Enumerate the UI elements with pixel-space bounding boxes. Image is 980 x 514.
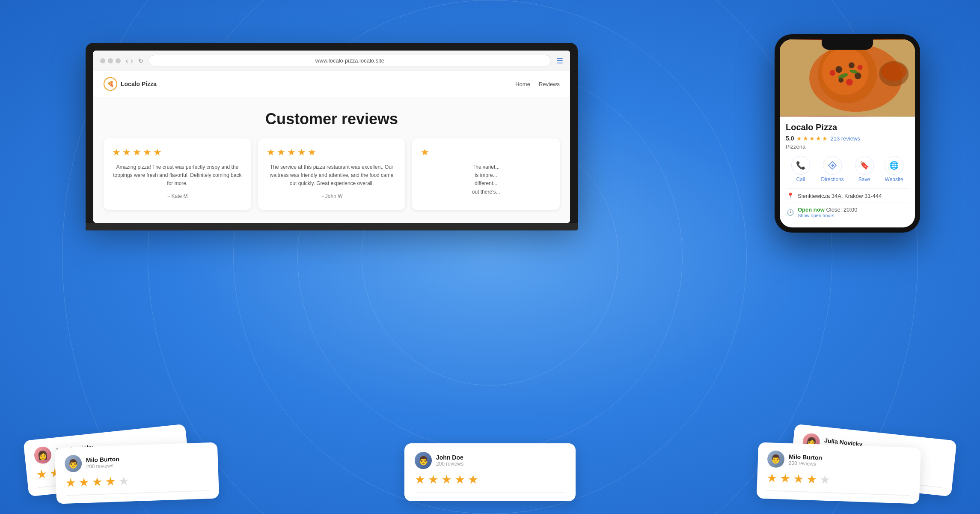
laptop: ‹ › ↻ www.localo-pizza.localo.site ☰ 🍕 L… [86, 43, 578, 230]
card-stars-2: ★ ★ ★ ★ ★ [65, 471, 209, 490]
phone-rating-row: 5.0 ★ ★ ★ ★ ★ 213 reviews [786, 135, 909, 142]
reviews-heading: Customer reviews [104, 110, 560, 128]
call-label: Call [796, 176, 805, 182]
save-icon: 🔖 [855, 156, 874, 175]
review-card-3: ★ The variet...is impre...different...ou… [412, 138, 560, 210]
phone-hours-row: 🕐 Open now Close: 20:00 Show open hours [786, 203, 909, 221]
show-hours-link[interactable]: Show open hours [798, 213, 857, 218]
divider-right-2 [766, 490, 910, 496]
card-stars-center: ★ ★ ★ ★ ★ [415, 472, 565, 487]
nav-reviews[interactable]: Reviews [539, 81, 560, 87]
avatar-julia-1: 👩 [33, 446, 52, 465]
svg-point-5 [849, 62, 855, 68]
phone-action-directions[interactable]: Directions [821, 156, 843, 182]
clock-icon: 🕐 [786, 209, 794, 216]
save-label: Save [858, 176, 870, 182]
phone-hours-info: Open now Close: 20:00 Show open hours [798, 206, 857, 218]
phone-info: Localo Pizza 5.0 ★ ★ ★ ★ ★ 213 reviews P… [780, 117, 915, 227]
call-icon: 📞 [791, 156, 810, 175]
nav-home[interactable]: Home [515, 81, 530, 87]
pizza-svg [780, 39, 915, 117]
reviewer-row-2: 👨 Milo Burton 200 reviews [64, 450, 208, 472]
back-arrow[interactable]: ‹ [126, 57, 128, 65]
nav-arrows: ‹ › [126, 57, 133, 65]
phone: Localo Pizza 5.0 ★ ★ ★ ★ ★ 213 reviews P… [775, 34, 920, 233]
website-nav-links: Home Reviews [515, 81, 560, 87]
review-text-3: The variet...is impre...different...out … [421, 163, 551, 196]
window-controls [100, 58, 121, 63]
website-logo: 🍕 Localo Pizza [104, 77, 157, 91]
review-stars-3: ★ [421, 147, 551, 158]
avatar-john: 👨 [415, 452, 432, 469]
phone-review-count[interactable]: 213 reviews [830, 135, 860, 142]
phone-rating-number: 5.0 [786, 135, 794, 142]
browser-chrome: ‹ › ↻ www.localo-pizza.localo.site ☰ [93, 51, 570, 71]
location-pin-icon: 📍 [786, 192, 794, 199]
review-text-2: The service at this pizza restaurant was… [267, 163, 397, 188]
close-dot [100, 58, 105, 63]
website-content: Customer reviews ★ ★ ★ ★ ★ Amazing pizza… [93, 97, 570, 223]
svg-point-4 [835, 66, 842, 73]
svg-point-10 [858, 65, 863, 70]
svg-point-9 [846, 79, 853, 86]
phone-notch [822, 39, 873, 50]
phone-action-save[interactable]: 🔖 Save [855, 156, 874, 182]
phone-screen: Localo Pizza 5.0 ★ ★ ★ ★ ★ 213 reviews P… [780, 39, 915, 227]
phone-address: Sienkiewicza 34A, Kraków 31-444 [798, 193, 882, 199]
review-author-2: ~ John W [267, 193, 397, 199]
reviewer-row-right-2: 👨 Milo Burton 200 reviews [767, 450, 911, 472]
website-label: Website [885, 176, 903, 182]
logo-text: Localo Pizza [121, 81, 157, 87]
logo-icon: 🍕 [104, 77, 117, 91]
avatar-milo-2: 👨 [767, 450, 784, 468]
divider-2 [66, 490, 210, 496]
phone-actions: 📞 Call Directions 🔖 [786, 156, 909, 182]
maximize-dot [116, 58, 121, 63]
floating-card-right-2: 👨 Milo Burton 200 reviews ★ ★ ★ ★ ★ [757, 442, 921, 504]
forward-arrow[interactable]: › [131, 57, 133, 65]
phone-action-website[interactable]: 🌐 Website [885, 156, 903, 182]
directions-label: Directions [821, 176, 843, 182]
website-icon: 🌐 [885, 156, 903, 175]
avatar-milo-1: 👨 [64, 454, 82, 472]
minimize-dot [108, 58, 113, 63]
phone-stars: ★ ★ ★ ★ ★ [796, 135, 828, 142]
floating-card-center: 👨 John Doe 200 reviews ★ ★ ★ ★ ★ [404, 443, 576, 501]
open-status: Open now [798, 206, 825, 213]
reviewer-count-center: 200 reviews [436, 461, 565, 467]
phone-category: Pizzeria [786, 143, 909, 150]
phone-address-row: 📍 Sienkiewicza 34A, Kraków 31-444 [786, 188, 909, 203]
phone-business-name: Localo Pizza [786, 123, 909, 132]
pizza-hero-image [780, 39, 915, 117]
review-card-2: ★ ★ ★ ★ ★ The service at this pizza rest… [258, 138, 406, 210]
phone-action-call[interactable]: 📞 Call [791, 156, 810, 182]
refresh-button[interactable]: ↻ [138, 57, 143, 64]
hamburger-menu-icon[interactable]: ☰ [556, 56, 563, 66]
reviewer-name-center: John Doe [436, 454, 565, 461]
review-author-1: ~ Kate M [112, 193, 243, 199]
close-time-value: Close: 20:00 [826, 206, 857, 213]
url-text: www.localo-pizza.localo.site [315, 57, 384, 64]
url-bar[interactable]: www.localo-pizza.localo.site [148, 55, 551, 66]
reviewer-row-center: 👨 John Doe 200 reviews [415, 452, 565, 469]
reviews-grid: ★ ★ ★ ★ ★ Amazing pizza! The crust was p… [104, 138, 560, 210]
directions-icon [823, 156, 842, 175]
review-text-1: Amazing pizza! The crust was perfectly c… [112, 163, 243, 188]
review-stars-2: ★ ★ ★ ★ ★ [267, 147, 397, 158]
review-stars-1: ★ ★ ★ ★ ★ [112, 147, 243, 158]
website-navbar: 🍕 Localo Pizza Home Reviews [93, 71, 570, 97]
review-card-1: ★ ★ ★ ★ ★ Amazing pizza! The crust was p… [104, 138, 251, 210]
laptop-screen: ‹ › ↻ www.localo-pizza.localo.site ☰ 🍕 L… [93, 51, 570, 223]
laptop-base [86, 223, 578, 230]
card-stars-right-2: ★ ★ ★ ★ ★ [766, 471, 911, 490]
svg-point-14 [881, 62, 906, 81]
divider-center [415, 492, 565, 493]
svg-point-8 [830, 70, 836, 76]
floating-card-2: 👨 Milo Burton 200 reviews ★ ★ ★ ★ ★ [55, 442, 219, 504]
svg-point-3 [822, 48, 869, 95]
